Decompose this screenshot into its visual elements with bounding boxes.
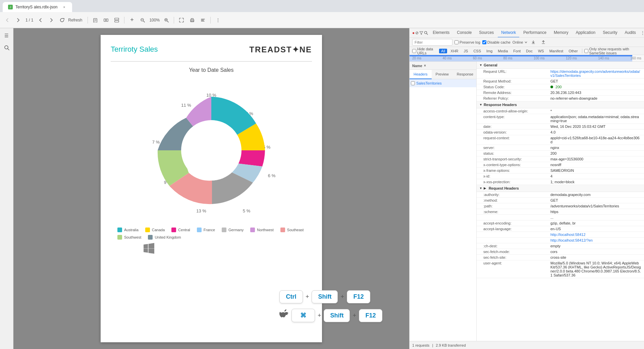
close-name-x[interactable]: × [422, 63, 428, 68]
detail-xid: x-id: 4 [477, 173, 644, 179]
preserve-log-checkbox[interactable]: Preserve log [454, 40, 480, 44]
export-button[interactable] [91, 15, 100, 25]
filter-xhr[interactable]: XHR [448, 49, 460, 53]
val-referrer: no-referrer-when-downgrade [550, 96, 641, 100]
tab-performance[interactable]: Performance [520, 28, 550, 38]
details-panel[interactable]: General Request URL: https://demodata.gr… [477, 62, 644, 341]
tab-application[interactable]: Application [572, 28, 599, 38]
toggle-button[interactable] [101, 15, 111, 25]
add-button[interactable]: + [127, 15, 137, 25]
online-label: Online [513, 40, 523, 44]
filter-manifest[interactable]: Manifest [547, 49, 566, 53]
detail-acao: access-control-allow-origin: * [477, 108, 644, 114]
tab-headers[interactable]: Headers [410, 70, 432, 79]
menu-icon[interactable]: ☰ [2, 31, 11, 40]
val-host2: http://localhost:58412/?en [550, 238, 641, 242]
filter-icon[interactable] [419, 29, 423, 37]
tab-preview[interactable]: Preview [432, 70, 453, 79]
key-acao: access-control-allow-origin: [483, 109, 550, 113]
donut-chart: 15 % 10 % 11 % 7 % 9 % 13 % 5 % 6 % 5 % [134, 80, 288, 221]
filter-input[interactable] [412, 39, 452, 46]
search-devtools-btn[interactable] [424, 29, 428, 37]
detail-sec-fetch-mode: sec-fetch-mode: cors [477, 249, 644, 255]
legend-southwest: Southwest [117, 235, 141, 240]
legend-dot-france [197, 228, 202, 232]
pct-southwest: 7 % [152, 140, 160, 145]
filter-img[interactable]: Img [484, 49, 494, 53]
request-headers-section[interactable]: ▶ Request Headers [477, 185, 644, 192]
zoom-out-button[interactable] [138, 15, 147, 25]
more-button[interactable]: ⋮ [213, 15, 223, 25]
tab-security[interactable]: Security [599, 28, 621, 38]
disable-cache-checkbox[interactable]: Disable cache [482, 40, 511, 44]
val-request-context: appId=cid-v1:526fca68-be10-418e-aa24-4cc… [550, 136, 641, 144]
filter-other[interactable]: Other [567, 49, 580, 53]
key-ch-dest: :ch-dest: [483, 244, 550, 248]
print-button[interactable] [187, 15, 197, 25]
fullscreen-button[interactable] [177, 15, 186, 25]
prev-page-button[interactable] [36, 15, 45, 25]
tab-memory[interactable]: Memory [550, 28, 572, 38]
toc-button[interactable] [198, 15, 208, 25]
val-sec-fetch-site: cross-site [550, 255, 641, 259]
detail-xfo: x-frame-options: SAMEORIGIN [477, 168, 644, 173]
filter-font[interactable]: Font [511, 49, 523, 53]
key-remote: Remote Address: [483, 91, 550, 95]
general-section-header[interactable]: General [477, 62, 644, 69]
devtools-overflow-btn[interactable]: ⋮ [641, 29, 644, 37]
key-date: date: [483, 124, 550, 129]
record-button[interactable]: ● [412, 29, 415, 37]
filter-doc[interactable]: Doc [524, 49, 535, 53]
svg-rect-1 [104, 19, 106, 21]
pct-france: 6 % [268, 173, 276, 178]
stop-recording-button[interactable]: ⊘ [415, 29, 419, 37]
detail-accept-lang: accept-language: en-US [477, 226, 644, 232]
response-headers-section[interactable]: Response Headers [477, 101, 644, 108]
same-site-check[interactable]: Only show requests with SameSite issues [584, 47, 642, 55]
val-accept-enc: gzip, deflate, br [550, 221, 641, 225]
layout-button[interactable] [112, 15, 121, 25]
tab-elements[interactable]: Elements [429, 28, 453, 38]
devtools-panel: ● ⊘ Elements Console Sources Network Per… [409, 28, 644, 349]
val-date: Wed, 16 Dec 2020 15:03:42 GMT [550, 124, 641, 129]
legend-northwest: Northwest [250, 228, 274, 232]
filter-js[interactable]: JS [462, 49, 470, 53]
svg-rect-2 [106, 19, 108, 21]
import-btn[interactable] [529, 38, 537, 46]
report-header: Terriroty Sales TREADST✦NE [111, 45, 312, 54]
back-button[interactable] [3, 15, 12, 25]
detail-authority: :authority: demodata.grapecity.com [477, 192, 644, 198]
footer-sep: | [432, 343, 433, 347]
filter-all[interactable]: All [439, 49, 447, 53]
key-status: Status Code: [483, 85, 550, 89]
forward-button[interactable] [13, 15, 23, 25]
next-page-button[interactable] [47, 15, 56, 25]
disable-cache-label: Disable cache [487, 40, 511, 44]
filter-ws[interactable]: WS [536, 49, 546, 53]
val-ellipsis: ... [550, 215, 641, 219]
tab-network[interactable]: Network [498, 28, 519, 38]
detail-sts: strict-transport-security: max-age=31536… [477, 156, 644, 162]
tab-response[interactable]: Response [453, 70, 477, 79]
network-entry-row[interactable]: SalesTerritories [410, 79, 476, 87]
filter-css[interactable]: CSS [471, 49, 483, 53]
refresh-button[interactable] [57, 15, 67, 25]
val-host1: http://localhost:58412 [550, 233, 641, 237]
tab-close-btn[interactable]: × [61, 4, 67, 10]
filter-media[interactable]: Media [496, 49, 510, 53]
tab-audits[interactable]: Audits [621, 28, 639, 38]
hide-data-urls-check[interactable]: Hide data URLs [412, 47, 436, 55]
tab-sources[interactable]: Sources [476, 28, 497, 38]
filter-bar: Hide data URLs All XHR JS CSS Img Media … [410, 47, 644, 55]
zoom-in-button[interactable] [162, 15, 171, 25]
tab-console[interactable]: Console [453, 28, 475, 38]
windows-icon [144, 243, 154, 255]
export-devtools-btn[interactable] [539, 38, 547, 46]
entry-checkbox[interactable] [411, 81, 415, 85]
key-sts: strict-transport-security: [483, 157, 550, 161]
online-selector[interactable]: Online [513, 40, 527, 44]
search-sidebar-icon[interactable] [2, 43, 11, 52]
key-referrer: Referrer Policy: [483, 96, 550, 100]
browser-tab[interactable]: J TerritoryS ales.rdlx-json × [3, 2, 72, 12]
tab-bar: J TerritoryS ales.rdlx-json × [0, 0, 644, 12]
